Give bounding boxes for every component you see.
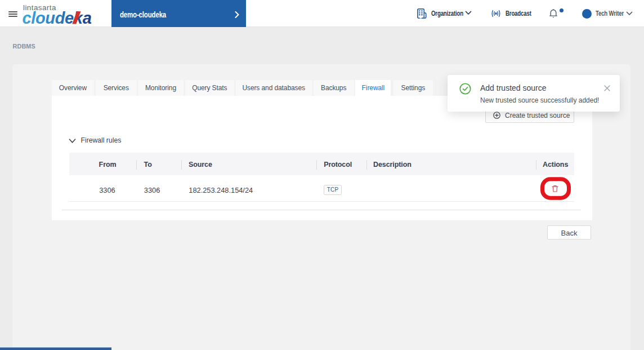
svg-text:cloudeka: cloudeka: [23, 9, 92, 27]
